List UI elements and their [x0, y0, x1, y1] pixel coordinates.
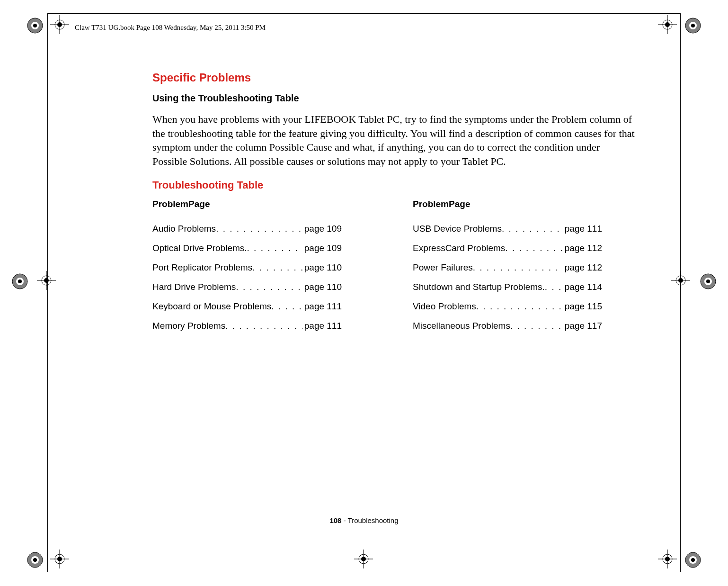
registration-mark-icon	[27, 551, 44, 568]
toc-leader-dots	[510, 321, 563, 331]
toc-header-problem: Problem	[152, 199, 188, 209]
toc-entry-label: Memory Problems	[152, 321, 225, 331]
toc-leader-dots	[271, 301, 302, 312]
svg-point-47	[665, 557, 670, 561]
toc-leader-dots	[252, 262, 302, 273]
crop-mark-icon	[37, 271, 56, 290]
toc-entry: Video Problemspage 115	[413, 301, 602, 312]
toc-entry: Port Replicator Problemspage 110	[152, 262, 342, 273]
page-footer: 108 - Troubleshooting	[0, 516, 728, 524]
toc-entry-label: Optical Drive Problems.	[152, 243, 247, 253]
toc-header-page: Page	[449, 199, 470, 209]
toc-entry-label: Miscellaneous Problems	[413, 321, 510, 331]
svg-point-3	[33, 24, 37, 27]
table-heading: Troubleshooting Table	[152, 179, 635, 191]
toc-entry-page: page 114	[563, 282, 602, 292]
toc-entry: Memory Problemspage 111	[152, 321, 342, 331]
toc-entry-label: Hard Drive Problems	[152, 282, 236, 292]
toc-entry-label: ExpressCard Problems	[413, 243, 505, 253]
crop-mark-icon	[658, 15, 677, 34]
toc-entry-page: page 111	[302, 301, 342, 312]
registration-mark-icon	[27, 17, 44, 34]
toc-column-header: ProblemPage	[413, 199, 602, 209]
toc-leader-dots	[545, 282, 563, 292]
toc-column-left: ProblemPage Audio Problemspage 109Optica…	[152, 199, 342, 340]
toc-entry-label: Power Failures	[413, 262, 473, 273]
toc-entry-page: page 110	[302, 262, 342, 273]
toc-entry: Power Failurespage 112	[413, 262, 602, 273]
toc-entry-page: page 110	[302, 282, 342, 292]
toc-entry: ExpressCard Problemspage 112	[413, 243, 602, 253]
toc-leader-dots	[476, 301, 563, 312]
toc-entry-page: page 112	[563, 243, 602, 253]
svg-point-35	[33, 558, 37, 562]
toc-entry-page: page 111	[563, 224, 602, 234]
toc-column-right: ProblemPage USB Device Problemspage 111E…	[413, 199, 602, 340]
toc-entry: Shutdown and Startup Problems.page 114	[413, 282, 602, 292]
toc-entry-label: Shutdown and Startup Problems.	[413, 282, 545, 292]
toc-leader-dots	[473, 262, 563, 273]
toc-entry-page: page 112	[563, 262, 602, 273]
toc-leader-dots	[505, 243, 562, 253]
registration-mark-icon	[11, 273, 28, 290]
registration-mark-icon	[684, 17, 701, 34]
toc-entry: Optical Drive Problems.page 109	[152, 243, 342, 253]
toc-column-header: ProblemPage	[152, 199, 342, 209]
crop-mark-icon	[50, 550, 69, 568]
section-heading: Specific Problems	[152, 71, 635, 84]
subsection-heading: Using the Troubleshooting Table	[152, 93, 635, 104]
svg-point-7	[57, 22, 62, 27]
toc-entry-page: page 109	[302, 243, 342, 253]
toc-entry-label: Audio Problems	[152, 224, 216, 234]
running-header: Claw T731 UG.book Page 108 Wednesday, Ma…	[75, 24, 266, 32]
toc-header-problem: Problem	[413, 199, 449, 209]
svg-point-15	[691, 24, 695, 27]
toc-entry: Miscellaneous Problemspage 117	[413, 321, 602, 331]
toc-entry-label: Keyboard or Mouse Problems	[152, 301, 271, 312]
toc-entry-label: USB Device Problems	[413, 224, 502, 234]
svg-point-43	[361, 557, 366, 561]
toc-header-page: Page	[188, 199, 210, 209]
toc-entry-page: page 111	[302, 321, 342, 331]
toc-entry: Hard Drive Problemspage 110	[152, 282, 342, 292]
toc-entry-page: page 117	[563, 321, 602, 331]
toc-entry-page: page 109	[302, 224, 342, 234]
svg-point-23	[44, 278, 49, 283]
svg-point-31	[706, 279, 710, 283]
toc-leader-dots	[225, 321, 302, 331]
toc-entry-label: Port Replicator Problems	[152, 262, 252, 273]
registration-mark-icon	[684, 551, 701, 568]
toc-entry-label: Video Problems	[413, 301, 476, 312]
svg-point-19	[18, 279, 22, 283]
toc-columns: ProblemPage Audio Problemspage 109Optica…	[152, 199, 635, 340]
svg-point-27	[678, 278, 683, 283]
toc-entry: Audio Problemspage 109	[152, 224, 342, 234]
crop-mark-icon	[671, 271, 690, 290]
footer-section-name: - Troubleshooting	[341, 516, 398, 524]
page-number: 108	[329, 516, 341, 524]
crop-mark-icon	[658, 550, 677, 568]
toc-leader-dots	[236, 282, 302, 292]
toc-entry: USB Device Problemspage 111	[413, 224, 602, 234]
crop-mark-icon	[354, 550, 373, 568]
svg-point-39	[57, 557, 62, 561]
toc-leader-dots	[502, 224, 563, 234]
crop-mark-icon	[50, 15, 69, 34]
body-paragraph: When you have problems with your LIFEBOO…	[152, 112, 635, 169]
svg-point-11	[665, 22, 670, 27]
toc-leader-dots	[216, 224, 302, 234]
page-content: Specific Problems Using the Troubleshoot…	[152, 71, 635, 340]
toc-leader-dots	[247, 243, 302, 253]
svg-point-51	[691, 558, 695, 562]
registration-mark-icon	[700, 273, 717, 290]
toc-entry-page: page 115	[563, 301, 602, 312]
toc-entry: Keyboard or Mouse Problemspage 111	[152, 301, 342, 312]
